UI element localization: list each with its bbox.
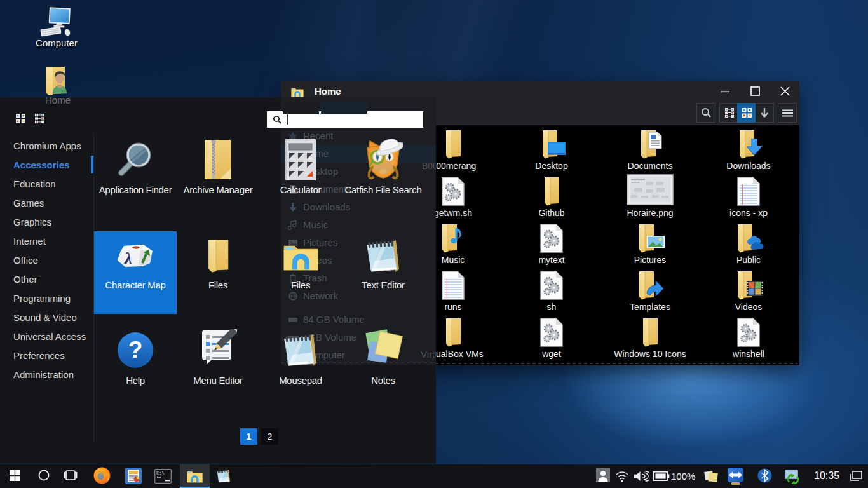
svg-text:λ: λ bbox=[124, 249, 132, 268]
svg-text:?: ? bbox=[128, 337, 143, 363]
svg-text:C:\: C:\ bbox=[156, 471, 165, 476]
